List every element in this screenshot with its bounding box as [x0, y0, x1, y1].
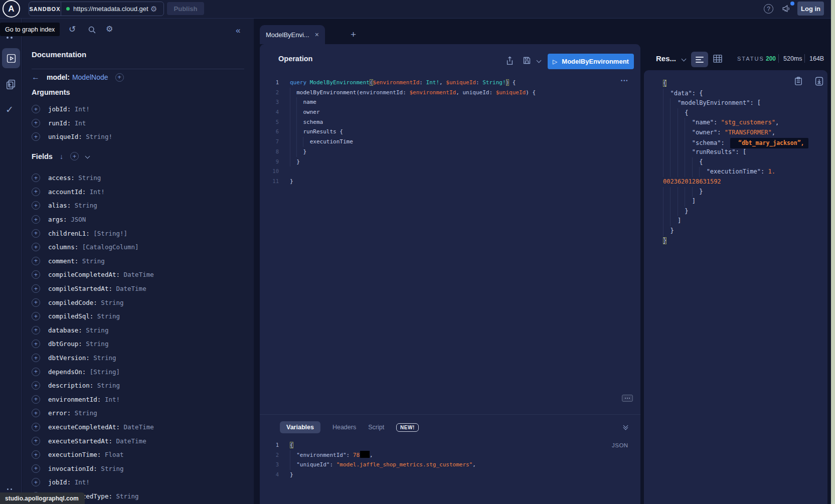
help-icon[interactable]: ?	[764, 4, 773, 14]
doc-field-row: +compiledCode: String	[32, 295, 247, 309]
search-icon[interactable]	[88, 26, 96, 34]
response-dropdown-chevron-icon[interactable]	[682, 57, 687, 62]
share-icon[interactable]	[506, 56, 514, 65]
add-all-fields-button[interactable]: +	[70, 152, 79, 160]
run-operation-button[interactable]: ▷ ModelByEnvironment	[548, 54, 634, 69]
add-to-query-button[interactable]: +	[32, 174, 40, 182]
doc-field-row: +error: String	[32, 406, 247, 420]
history-icon[interactable]: ↺	[69, 24, 76, 35]
add-to-query-button[interactable]: +	[32, 450, 40, 459]
tab-script[interactable]: Script	[368, 424, 384, 431]
add-to-query-button[interactable]: +	[32, 423, 40, 431]
chevron-down-icon[interactable]	[85, 154, 90, 159]
save-options-chevron-icon[interactable]	[537, 58, 542, 63]
add-to-query-button[interactable]: +	[32, 201, 40, 210]
add-to-query-button[interactable]: +	[32, 188, 40, 196]
code-line: 1{	[260, 440, 640, 450]
keyboard-shortcuts-icon[interactable]	[622, 395, 633, 402]
add-to-query-button[interactable]: +	[32, 312, 40, 320]
code-line: 4owner	[260, 107, 640, 117]
doc-field-row: +comment: String	[32, 254, 247, 268]
add-to-query-button[interactable]: +	[32, 464, 40, 473]
download-response-icon[interactable]	[815, 77, 823, 86]
back-arrow-icon[interactable]: ←	[32, 73, 47, 82]
doc-field-row: +dbtGroup: String	[32, 337, 247, 351]
add-to-query-button[interactable]: +	[32, 229, 40, 238]
divider	[804, 54, 805, 63]
add-to-query-button[interactable]: +	[32, 395, 40, 404]
response-viewer[interactable]: {"data": {"modelByEnvironment": [{"name"…	[663, 79, 808, 246]
add-to-query-button[interactable]: +	[32, 326, 40, 334]
apollo-logo[interactable]: A	[3, 0, 20, 18]
add-to-query-button[interactable]: +	[32, 215, 40, 224]
sort-fields-icon[interactable]: ↓	[60, 152, 63, 160]
login-button[interactable]: Log in	[797, 2, 824, 16]
doc-field-row: +compileStartedAt: DateTime	[32, 282, 247, 296]
add-to-query-button[interactable]: +	[32, 478, 40, 486]
code-line: 8}	[260, 147, 640, 157]
settings-gear-icon[interactable]: ⚙	[106, 24, 113, 34]
checks-icon[interactable]: ✓	[6, 104, 14, 115]
code-line: }	[663, 226, 808, 236]
tab-modelbyenvironment[interactable]: ModelByEnvi... ×	[260, 25, 325, 44]
save-icon[interactable]	[523, 56, 531, 65]
doc-field-row: +compiledSql: String	[32, 309, 247, 323]
code-line: "name": "stg_customers",	[663, 118, 808, 128]
left-nav-rail: ✓	[0, 19, 22, 504]
run-play-icon: ▷	[553, 58, 557, 65]
add-to-query-button[interactable]: +	[32, 243, 40, 251]
code-line: "owner": "TRANSFORMER",	[663, 128, 808, 138]
explorer-nav-item[interactable]	[2, 48, 20, 68]
response-latency: 520ms	[783, 55, 802, 62]
add-to-query-button[interactable]: +	[32, 298, 40, 307]
code-line: ]	[663, 216, 808, 226]
publish-button[interactable]: Publish	[167, 2, 204, 15]
add-to-query-button[interactable]: +	[32, 368, 40, 376]
add-to-query-button[interactable]: +	[32, 105, 40, 113]
response-title[interactable]: Res...	[656, 54, 676, 63]
code-line: }	[663, 207, 808, 217]
table-view-toggle[interactable]	[713, 55, 722, 63]
add-to-query-button[interactable]: +	[32, 437, 40, 445]
add-to-query-button[interactable]: +	[32, 354, 40, 362]
operation-editor[interactable]: 1query ModelByEnvironment($environmentId…	[260, 78, 640, 187]
current-type-link[interactable]: ModelNode	[72, 73, 108, 81]
doc-field-row: +access: String	[32, 171, 247, 185]
code-line: 7executionTime	[260, 137, 640, 147]
add-to-query-button[interactable]: +	[32, 409, 40, 417]
documentation-title: Documentation	[32, 50, 86, 59]
connection-settings-icon[interactable]: ⚙	[150, 5, 157, 14]
code-line: "modelByEnvironment": [	[663, 98, 808, 108]
collapse-panel-icon[interactable]: «	[236, 26, 240, 36]
graph-url-group: SANDBOX https://metadata.cloud.get ⚙	[29, 2, 164, 16]
collections-icon[interactable]	[6, 79, 17, 90]
desktop-edge-strip	[831, 0, 835, 504]
doc-breadcrumb: ← model: ModelNode +	[32, 71, 124, 83]
tooltip: Go to graph index	[0, 23, 60, 36]
code-line: 4}	[260, 470, 640, 480]
formatted-view-toggle[interactable]	[691, 52, 708, 67]
add-to-query-button[interactable]: +	[32, 119, 40, 127]
close-tab-icon[interactable]: ×	[315, 31, 319, 39]
variables-editor[interactable]: 1{2"environmentId": 78,3"uniqueId": "mod…	[260, 440, 640, 480]
add-to-query-button[interactable]: +	[32, 132, 40, 141]
code-line: "runResults": [	[663, 147, 808, 157]
response-header: Res... STATUS 200 520ms 164B	[644, 50, 827, 70]
add-model-button[interactable]: +	[115, 73, 124, 82]
tab-headers[interactable]: Headers	[332, 424, 356, 431]
code-line: 1query ModelByEnvironment($environmentId…	[260, 78, 640, 88]
current-field-label: model:	[47, 73, 70, 81]
add-to-query-button[interactable]: +	[32, 257, 40, 265]
add-to-query-button[interactable]: +	[32, 381, 40, 390]
code-line: }	[663, 236, 808, 246]
tab-variables[interactable]: Variables	[280, 421, 320, 433]
collapse-variables-icon[interactable]	[624, 425, 627, 429]
connection-status-dot	[66, 7, 70, 11]
doc-field-row: +jobId: Int!	[32, 475, 247, 489]
add-to-query-button[interactable]: +	[32, 284, 40, 293]
add-to-query-button[interactable]: +	[32, 270, 40, 279]
doc-field-row: +jobId: Int!	[32, 102, 247, 116]
add-to-query-button[interactable]: +	[32, 340, 40, 348]
endpoint-url-input[interactable]: https://metadata.cloud.get	[73, 5, 149, 13]
new-tab-button[interactable]: +	[351, 29, 356, 40]
